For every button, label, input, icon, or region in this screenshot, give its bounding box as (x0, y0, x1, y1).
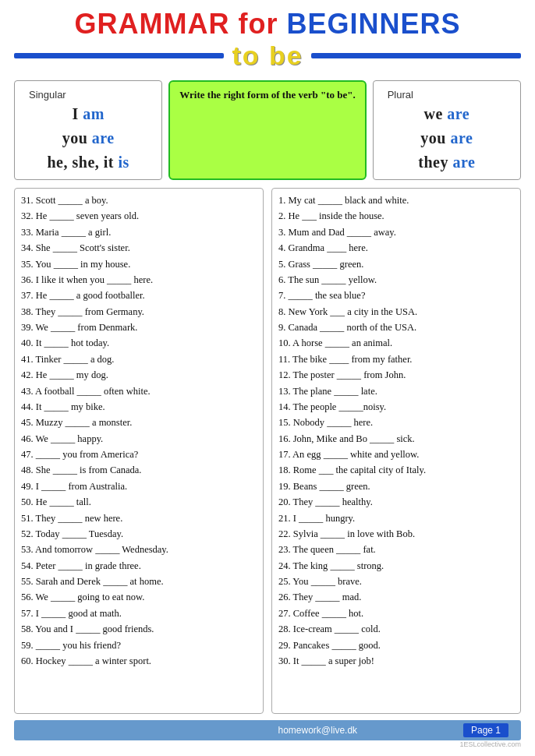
plural-line-3: they are (418, 154, 475, 171)
singular-label: Singular (29, 89, 147, 101)
right-exercise-item: 1. My cat _____ black and white. (278, 193, 514, 208)
left-exercise-item: 52. Today _____ Tuesday. (21, 527, 257, 542)
right-exercise-item: 28. Ice-cream _____ cold. (278, 622, 514, 637)
right-exercise-item: 29. Pancakes _____ good. (278, 638, 514, 653)
left-exercise-item: 45. Muzzy _____ a monster. (21, 415, 257, 430)
are-word-singular: are (92, 129, 115, 147)
watermark: 1ESLcollective.com (14, 740, 521, 748)
left-exercise-item: 37. He _____ a good footballer. (21, 288, 257, 303)
are-word-you: are (450, 129, 473, 147)
are-word-we: are (447, 105, 469, 122)
am-word: am (83, 105, 105, 122)
right-exercise-item: 4. Grandma ____ here. (278, 241, 514, 256)
left-exercise-item: 34. She _____ Scott's sister. (21, 241, 257, 256)
left-exercise-item: 54. Peter _____ in grade three. (21, 559, 257, 574)
left-exercise-item: 38. They _____ from Germany. (21, 305, 257, 320)
left-exercise-item: 35. You _____ in my house. (21, 257, 257, 272)
left-exercise-item: 55. Sarah and Derek _____ at home. (21, 574, 257, 589)
boxes-row: Singular I am you are he, she, it is Wri… (14, 80, 521, 180)
instruction-box: Write the right form of the verb "to be"… (168, 80, 366, 180)
right-exercise-item: 24. The king _____ strong. (278, 559, 514, 574)
right-exercise-col: 1. My cat _____ black and white.2. He __… (271, 188, 521, 714)
left-exercise-item: 47. _____ you from America? (21, 447, 257, 462)
page: GRAMMAR for BEGINNERS to be Singular I a… (0, 0, 535, 756)
right-exercise-item: 26. They _____ mad. (278, 590, 514, 605)
left-exercise-item: 48. She _____ is from Canada. (21, 463, 257, 478)
instruction-text: Write the right form of the verb "to be"… (179, 89, 355, 101)
blue-bar-right (311, 53, 521, 58)
singular-line-2: you are (62, 129, 115, 147)
right-exercise-item: 30. It _____ a super job! (278, 654, 514, 669)
left-exercise-item: 56. We _____ going to eat now. (21, 590, 257, 605)
right-exercise-item: 19. Beans _____ green. (278, 479, 514, 494)
left-exercise-item: 31. Scott _____ a boy. (21, 193, 257, 208)
right-exercise-item: 8. New York ___ a city in the USA. (278, 305, 514, 320)
title-area: GRAMMAR for BEGINNERS to be (14, 8, 521, 71)
right-exercise-item: 27. Coffee _____ hot. (278, 606, 514, 621)
right-exercise-item: 16. John, Mike and Bo _____ sick. (278, 432, 514, 447)
plural-line-2: you are (420, 129, 473, 147)
right-exercise-item: 21. I _____ hungry. (278, 511, 514, 526)
singular-content: I am you are he, she, it is (29, 105, 147, 171)
left-exercise-item: 40. It _____ hot today. (21, 336, 257, 351)
plural-box: Plural we are you are they are (373, 80, 521, 180)
left-exercise-item: 41. Tinker _____ a dog. (21, 352, 257, 367)
right-exercise-item: 7. _____ the sea blue? (278, 288, 514, 303)
left-exercise-item: 33. Maria _____ a girl. (21, 225, 257, 240)
exercises-row: 31. Scott _____ a boy.32. He _____ seven… (14, 188, 521, 714)
singular-box: Singular I am you are he, she, it is (14, 80, 162, 180)
footer-page: Page 1 (463, 723, 508, 737)
right-exercise-item: 14. The people _____noisy. (278, 400, 514, 415)
right-exercise-item: 2. He ___ inside the house. (278, 209, 514, 224)
is-word: is (118, 154, 129, 171)
plural-line-1: we are (423, 105, 469, 123)
left-exercise-item: 53. And tomorrow _____ Wednesday. (21, 542, 257, 557)
right-exercise-item: 5. Grass _____ green. (278, 257, 514, 272)
subtitle-text: to be (224, 41, 310, 71)
are-word-they: are (452, 154, 475, 171)
left-exercise-item: 51. They _____ new here. (21, 511, 257, 526)
footer: homework@live.dk Page 1 (14, 720, 521, 740)
plural-content: we are you are they are (388, 105, 506, 171)
title-grammar: GRAMMAR (74, 8, 229, 40)
right-exercise-item: 9. Canada _____ north of the USA. (278, 320, 514, 335)
right-exercise-item: 6. The sun _____ yellow. (278, 273, 514, 288)
main-title: GRAMMAR for BEGINNERS (14, 8, 521, 41)
right-exercise-item: 18. Rome ___ the capital city of Italy. (278, 463, 514, 478)
title-for: for (238, 8, 286, 40)
right-exercise-item: 22. Sylvia _____ in love with Bob. (278, 527, 514, 542)
singular-line-3: he, she, it is (47, 154, 129, 171)
left-exercise-item: 50. He _____ tall. (21, 495, 257, 510)
left-exercise-item: 49. I _____ from Australia. (21, 479, 257, 494)
left-exercise-col: 31. Scott _____ a boy.32. He _____ seven… (14, 188, 264, 714)
right-exercise-item: 12. The poster _____ from John. (278, 368, 514, 383)
left-exercise-item: 46. We _____ happy. (21, 432, 257, 447)
right-exercise-item: 23. The queen _____ fat. (278, 542, 514, 557)
left-exercise-item: 60. Hockey _____ a winter sport. (21, 654, 257, 669)
singular-line-1: I am (72, 105, 104, 123)
title-beginners: BEGINNERS (286, 8, 460, 40)
left-exercise-item: 59. _____ you his friend? (21, 638, 257, 653)
left-exercise-item: 42. He _____ my dog. (21, 368, 257, 383)
subtitle-line: to be (14, 41, 521, 71)
footer-email: homework@live.dk (172, 725, 463, 736)
left-exercise-item: 39. We _____ from Denmark. (21, 320, 257, 335)
right-exercise-item: 10. A horse _____ an animal. (278, 336, 514, 351)
plural-label: Plural (388, 89, 506, 101)
right-exercise-item: 15. Nobody _____ here. (278, 415, 514, 430)
right-exercise-item: 3. Mum and Dad _____ away. (278, 225, 514, 240)
left-exercise-item: 32. He _____ seven years old. (21, 209, 257, 224)
left-exercise-item: 57. I _____ good at math. (21, 606, 257, 621)
left-exercise-item: 58. You and I _____ good friends. (21, 622, 257, 637)
right-exercise-item: 13. The plane _____ late. (278, 384, 514, 399)
left-exercise-item: 36. I like it when you _____ here. (21, 273, 257, 288)
right-exercise-item: 20. They _____ healthy. (278, 495, 514, 510)
right-exercise-item: 17. An egg _____ white and yellow. (278, 447, 514, 462)
blue-bar-left (14, 53, 224, 58)
left-exercise-item: 43. A football _____ often white. (21, 384, 257, 399)
right-exercise-item: 11. The bike ____ from my father. (278, 352, 514, 367)
right-exercise-item: 25. You _____ brave. (278, 574, 514, 589)
left-exercise-item: 44. It _____ my bike. (21, 400, 257, 415)
